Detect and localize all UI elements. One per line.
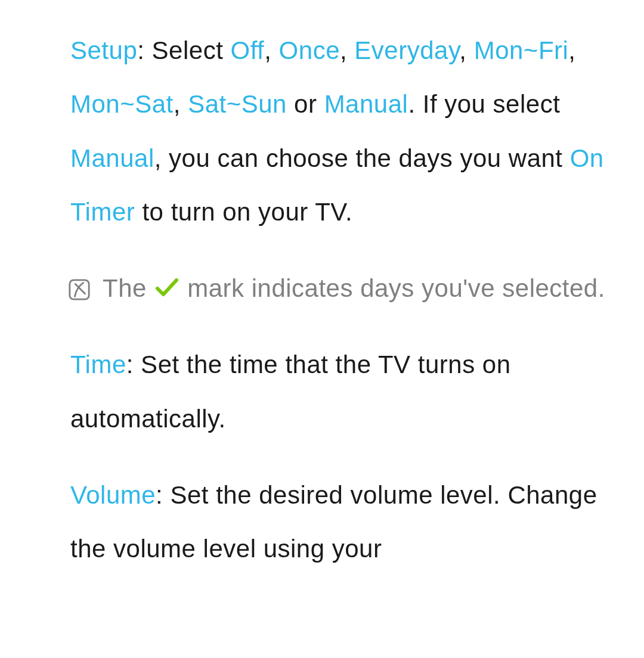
sep: , [340, 36, 354, 64]
note-text-1: The [103, 274, 154, 302]
setup-select-prefix: : Select [137, 36, 230, 64]
option-mon-fri: Mon~Fri [474, 36, 569, 64]
option-everyday: Everyday [354, 36, 459, 64]
sep: , [264, 36, 278, 64]
option-manual-ref: Manual [70, 144, 154, 172]
volume-label: Volume [70, 481, 156, 509]
check-icon [154, 277, 180, 300]
option-manual: Manual [324, 90, 408, 118]
sep: , [459, 36, 473, 64]
setup-cont-1: . If you select [408, 90, 560, 118]
svg-rect-0 [70, 280, 89, 299]
note-text-2: mark indicates days you've selected. [180, 274, 605, 302]
note-row: The mark indicates days you've selected. [68, 262, 620, 315]
option-off: Off [231, 36, 265, 64]
setup-cont-3: to turn on your TV. [135, 198, 352, 226]
option-once: Once [279, 36, 340, 64]
sep: , [174, 90, 188, 118]
option-mon-sat: Mon~Sat [70, 90, 174, 118]
note-icon [68, 278, 91, 301]
sep: , [568, 36, 575, 64]
time-paragraph: Time: Set the time that the TV turns on … [70, 338, 620, 446]
setup-cont-2: , you can choose the days you want [154, 144, 570, 172]
time-label: Time [70, 350, 126, 378]
time-text: : Set the time that the TV turns on auto… [70, 350, 511, 432]
note-text: The mark indicates days you've selected. [103, 262, 620, 315]
option-sat-sun: Sat~Sun [188, 90, 287, 118]
or-text: or [287, 90, 324, 118]
setup-paragraph: Setup: Select Off, Once, Everyday, Mon~F… [70, 24, 620, 239]
setup-label: Setup [70, 36, 137, 64]
volume-paragraph: Volume: Set the desired volume level. Ch… [70, 468, 620, 576]
